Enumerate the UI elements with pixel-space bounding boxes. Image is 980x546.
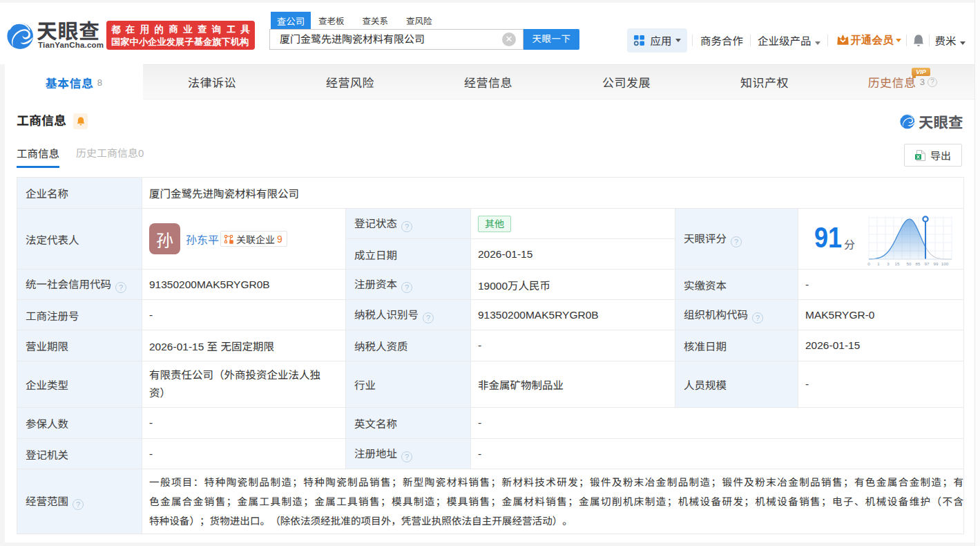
svg-text:50: 50 [907, 261, 912, 266]
svg-text:85: 85 [916, 261, 921, 266]
svg-text:1: 1 [877, 261, 880, 266]
svg-text:99: 99 [934, 261, 939, 266]
svg-text:100: 100 [941, 261, 949, 266]
svg-text:3: 3 [887, 261, 890, 266]
svg-text:15: 15 [895, 261, 900, 266]
svg-text:0: 0 [867, 261, 870, 266]
svg-text:97: 97 [925, 261, 930, 266]
